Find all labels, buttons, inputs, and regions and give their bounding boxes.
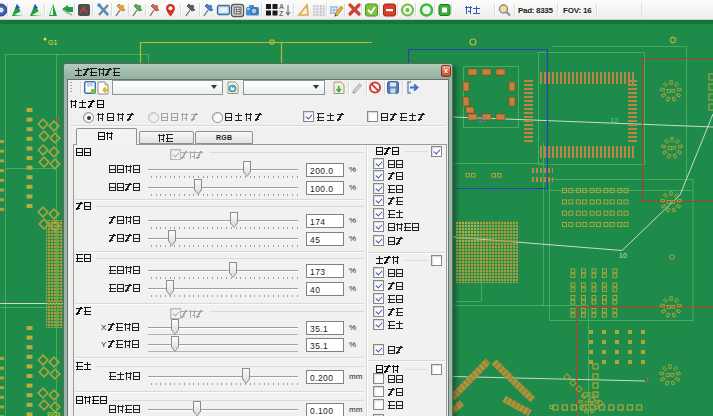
svg-text:12: 12 (610, 116, 618, 125)
svg-text:A: A (279, 3, 284, 10)
svg-text:10: 10 (619, 252, 627, 259)
svg-text:G1: G1 (48, 39, 57, 46)
svg-text:2: 2 (55, 116, 59, 123)
svg-text:Z: Z (279, 10, 284, 17)
svg-text:9999: 9999 (47, 411, 61, 416)
svg-text:13: 13 (478, 116, 486, 123)
svg-text:D: D (549, 404, 554, 410)
svg-text:1: 1 (645, 376, 649, 383)
